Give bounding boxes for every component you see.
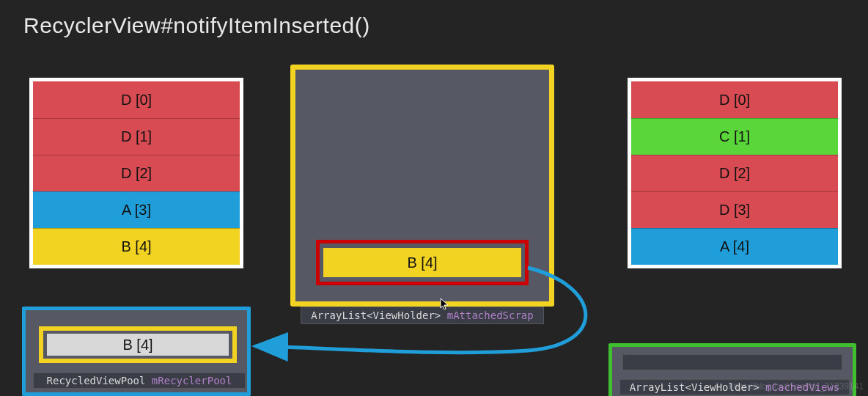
- list-item: D [2]: [33, 155, 240, 191]
- list-item: D [0]: [631, 81, 838, 118]
- page-title: RecyclerView#notifyItemInserted(): [23, 13, 370, 38]
- list-item: D [2]: [631, 155, 838, 191]
- list-item: D [3]: [631, 191, 838, 228]
- list-item: D [0]: [33, 81, 240, 118]
- recycler-pool-caption: RecycledViewPool mRecyclerPool: [33, 373, 246, 389]
- left-list-panel: D [0] D [1] D [2] A [3] B [4]: [29, 78, 243, 268]
- list-item: C [1]: [631, 118, 838, 155]
- attached-scrap-box: B [4]: [290, 65, 554, 307]
- pool-slot: B [4]: [39, 326, 237, 363]
- mouse-cursor-icon: [440, 298, 450, 314]
- list-item: B [4]: [33, 228, 240, 265]
- cached-slot: [622, 354, 842, 370]
- right-list-panel: D [0] C [1] D [2] D [3] A [4]: [628, 78, 842, 268]
- list-item: D [1]: [33, 118, 240, 155]
- caption-var: mRecyclerPool: [152, 375, 232, 386]
- caption-type: ArrayList<ViewHolder>: [311, 309, 441, 321]
- recycler-pool-box: B [4] RecycledViewPool mRecyclerPool: [22, 307, 251, 396]
- watermark: https://blog.csdn.net/qq_31339141: [729, 381, 864, 392]
- caption-type: RecycledViewPool: [47, 375, 146, 386]
- list-item: A [3]: [33, 191, 240, 228]
- pool-item: B [4]: [47, 334, 229, 356]
- scrap-item: B [4]: [323, 248, 521, 277]
- caption-var: mAttachedScrap: [447, 309, 534, 321]
- scrap-slot: B [4]: [316, 240, 529, 285]
- list-item: A [4]: [631, 228, 838, 265]
- attached-scrap-caption: ArrayList<ViewHolder> mAttachedScrap: [301, 307, 544, 324]
